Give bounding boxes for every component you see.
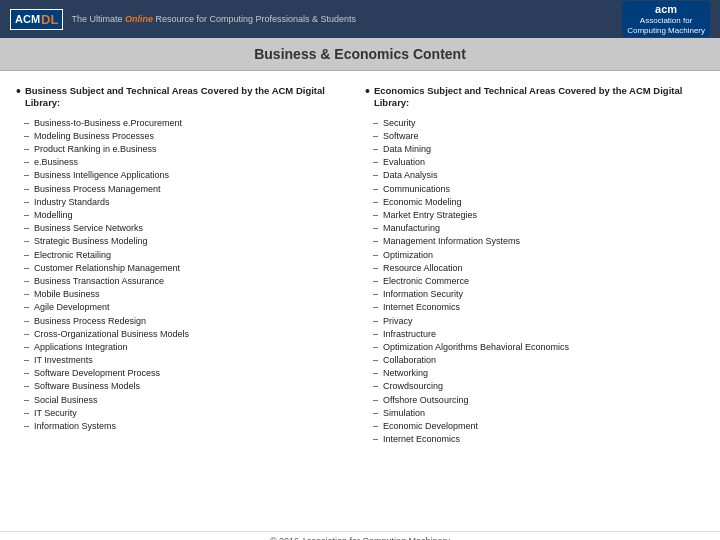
list-item: Product Ranking in e.Business (24, 144, 355, 156)
list-item: Business Process Redesign (24, 316, 355, 328)
list-item: Resource Allocation (373, 263, 704, 275)
left-list: Business-to-Business e.ProcurementModeli… (24, 118, 355, 433)
list-item: Customer Relationship Management (24, 263, 355, 275)
list-item: Data Mining (373, 144, 704, 156)
list-item: Social Business (24, 395, 355, 407)
list-item: Applications Integration (24, 342, 355, 354)
right-logo-machinery: Computing Machinery (627, 26, 705, 36)
right-bullet-dot: • (365, 84, 370, 98)
list-item: Software (373, 131, 704, 143)
list-item: Electronic Retailing (24, 250, 355, 262)
list-item: Software Development Process (24, 368, 355, 380)
list-item: Information Systems (24, 421, 355, 433)
left-column-header: Business Subject and Technical Areas Cov… (25, 85, 355, 110)
left-bullet: • Business Subject and Technical Areas C… (16, 85, 355, 116)
right-column: • Economics Subject and Technical Areas … (365, 85, 704, 523)
list-item: Business Process Management (24, 184, 355, 196)
list-item: Management Information Systems (373, 236, 704, 248)
list-item: Industry Standards (24, 197, 355, 209)
list-item: Privacy (373, 316, 704, 328)
list-item: Cross-Organizational Business Models (24, 329, 355, 341)
list-item: Modeling Business Processes (24, 131, 355, 143)
list-item: IT Security (24, 408, 355, 420)
list-item: Business Transaction Assurance (24, 276, 355, 288)
list-item: Market Entry Strategies (373, 210, 704, 222)
left-bullet-dot: • (16, 84, 21, 98)
header-tagline: The Ultimate Online Resource for Computi… (71, 14, 356, 24)
list-item: Networking (373, 368, 704, 380)
list-item: Communications (373, 184, 704, 196)
left-column: • Business Subject and Technical Areas C… (16, 85, 355, 523)
dl-text: DL (41, 12, 58, 27)
footer-text: © 2016 Association for Computing Machine… (270, 536, 450, 540)
list-item: IT Investments (24, 355, 355, 367)
list-item: Mobile Business (24, 289, 355, 301)
list-item: Modelling (24, 210, 355, 222)
list-item: Optimization (373, 250, 704, 262)
page-title: Business & Economics Content (254, 46, 466, 62)
header-left: ACM DL The Ultimate Online Resource for … (10, 9, 356, 30)
acm-right-logo: acm Association for Computing Machinery (622, 1, 710, 37)
list-item: Business Intelligence Applications (24, 170, 355, 182)
right-column-header: Economics Subject and Technical Areas Co… (374, 85, 704, 110)
list-item: Business Service Networks (24, 223, 355, 235)
online-text: Online (125, 14, 153, 24)
list-item: Collaboration (373, 355, 704, 367)
right-bullet: • Economics Subject and Technical Areas … (365, 85, 704, 116)
header: ACM DL The Ultimate Online Resource for … (0, 0, 720, 38)
list-item: Internet Economics (373, 434, 704, 446)
list-item: Data Analysis (373, 170, 704, 182)
footer: © 2016 Association for Computing Machine… (0, 531, 720, 540)
right-logo-assoc: Association for (627, 16, 705, 26)
right-logo-acm: acm (627, 3, 705, 16)
list-item: Evaluation (373, 157, 704, 169)
list-item: Agile Development (24, 302, 355, 314)
list-item: Business-to-Business e.Procurement (24, 118, 355, 130)
main-content: • Business Subject and Technical Areas C… (0, 71, 720, 531)
list-item: Infrastructure (373, 329, 704, 341)
list-item: Manufacturing (373, 223, 704, 235)
list-item: Crowdsourcing (373, 381, 704, 393)
list-item: e.Business (24, 157, 355, 169)
acm-logo: ACM DL (10, 9, 63, 30)
list-item: Simulation (373, 408, 704, 420)
title-banner: Business & Economics Content (0, 38, 720, 71)
acm-text: ACM (15, 13, 40, 25)
list-item: Information Security (373, 289, 704, 301)
list-item: Electronic Commerce (373, 276, 704, 288)
list-item: Optimization Algorithms Behavioral Econo… (373, 342, 704, 354)
list-item: Strategic Business Modeling (24, 236, 355, 248)
list-item: Economic Modeling (373, 197, 704, 209)
list-item: Offshore Outsourcing (373, 395, 704, 407)
right-list: SecuritySoftwareData MiningEvaluationDat… (373, 118, 704, 446)
list-item: Internet Economics (373, 302, 704, 314)
list-item: Security (373, 118, 704, 130)
list-item: Economic Development (373, 421, 704, 433)
list-item: Software Business Models (24, 381, 355, 393)
